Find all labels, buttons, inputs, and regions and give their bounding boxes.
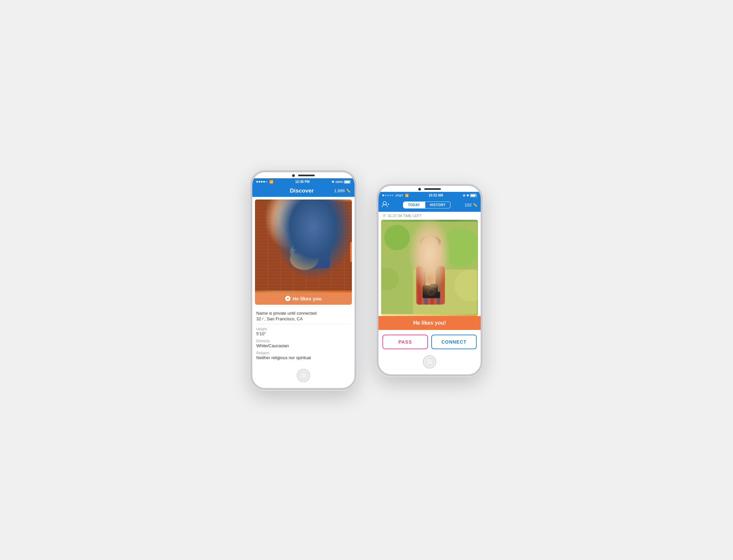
nav-bar: Discover 1,886 ✏️: [252, 186, 355, 197]
profile-photo-card[interactable]: ♥ He likes you: [255, 200, 352, 305]
svg-rect-26: [424, 266, 428, 304]
dot4-2: [389, 195, 391, 196]
home-button-inner: [299, 371, 307, 379]
bluetooth-icon: ✱: [332, 180, 334, 184]
height-label: Height: [256, 327, 351, 331]
wifi-icon: 📶: [269, 180, 273, 184]
battery-fill-2: [471, 195, 475, 197]
status-time: 12:36 PM: [295, 180, 309, 184]
volume-up-button-2[interactable]: [376, 209, 377, 219]
svg-point-14: [294, 250, 299, 253]
dot1: [256, 181, 258, 183]
svg-point-19: [384, 225, 410, 250]
home-button[interactable]: [297, 369, 310, 382]
nav-bar-2: TODAY HISTORY 102 ✏️: [378, 199, 481, 212]
svg-rect-27: [431, 266, 434, 304]
svg-rect-25: [418, 266, 422, 304]
profile-photo-2: [381, 220, 478, 316]
battery-icon: [344, 180, 351, 184]
profile-details: Name is private until connected 32♂, San…: [252, 307, 355, 366]
svg-rect-1: [255, 201, 352, 290]
timer-text: 01:27:38 TIME LEFT: [388, 214, 422, 218]
likes-banner: ♥ He likes you: [255, 292, 352, 305]
svg-point-5: [304, 207, 327, 223]
swipe-indicator: [350, 242, 352, 262]
signal-strength: [256, 181, 267, 183]
dot2: [259, 181, 260, 183]
tab-history[interactable]: HISTORY: [425, 202, 450, 208]
dot1-2: [382, 195, 384, 196]
battery-tip: [349, 181, 350, 183]
edit-icon: ✏️: [346, 189, 351, 193]
svg-rect-29: [426, 268, 435, 293]
battery-percent: 100%: [335, 180, 343, 184]
svg-rect-7: [293, 238, 306, 244]
volume-down-button-2[interactable]: [376, 222, 377, 232]
phone-2: AT&T 📶 10:32 AM ⊕ ✱: [376, 184, 483, 376]
svg-rect-37: [431, 284, 437, 288]
status-time-2: 10:32 AM: [429, 194, 443, 197]
phone-hardware-top: [252, 172, 355, 178]
status-bar-2: AT&T 📶 10:32 AM ⊕ ✱: [378, 192, 481, 199]
profile-photo-card-2[interactable]: [381, 220, 478, 316]
svg-point-10: [290, 247, 319, 270]
wifi-icon-2: 📶: [405, 194, 409, 197]
status-right-2: ⊕ ✱: [463, 194, 477, 197]
location-icon: ⊕: [463, 194, 465, 197]
profile-name: Name is private until connected: [256, 311, 351, 316]
action-buttons: PASS CONNECT: [378, 331, 481, 353]
detail-height: Height 5'10": [256, 327, 351, 336]
add-person-icon: [382, 201, 389, 208]
religion-value: Neither religious nor spiritual: [256, 355, 351, 360]
svg-point-12: [291, 245, 301, 253]
nav-count-2: 102 ✏️: [464, 202, 477, 207]
svg-point-31: [420, 235, 441, 248]
tab-today[interactable]: TODAY: [403, 202, 425, 208]
pass-button[interactable]: PASS: [382, 335, 428, 349]
detail-religion: Religion Neither religious nor spiritual: [256, 351, 351, 360]
likes-text: He likes you: [292, 296, 322, 301]
svg-point-11: [290, 243, 309, 259]
earpiece-speaker: [298, 175, 315, 176]
home-button-inner-2: [426, 358, 434, 366]
likes-banner-2: He likes you!: [378, 316, 481, 330]
svg-point-32: [426, 248, 428, 250]
mute-switch-2[interactable]: [376, 202, 377, 209]
detail-ethnicity: Ethnicity White/Caucasian: [256, 339, 351, 348]
ethnicity-value: White/Caucasian: [256, 343, 351, 348]
edit-icon-2: ✏️: [473, 203, 477, 207]
volume-up-button[interactable]: [250, 196, 251, 205]
svg-point-20: [442, 228, 478, 266]
volume-down-button[interactable]: [250, 209, 251, 219]
power-button-2[interactable]: [482, 212, 483, 229]
svg-point-33: [433, 248, 436, 250]
nav-title: Discover: [290, 188, 314, 194]
nav-count: 1,886 ✏️: [334, 188, 351, 193]
phone-hardware-top-2: [378, 186, 481, 192]
add-person-button[interactable]: [382, 201, 389, 209]
dot3-2: [387, 195, 389, 196]
svg-rect-23: [413, 269, 477, 314]
likes-text-2: He likes you!: [413, 320, 446, 326]
screen-content: ♥ He likes you Name is private until con…: [252, 200, 355, 366]
signal-strength-2: [382, 195, 393, 196]
dot5: [266, 181, 267, 183]
svg-rect-38: [438, 266, 441, 292]
power-button[interactable]: [356, 199, 357, 215]
dot5-2: [392, 195, 393, 196]
svg-rect-18: [381, 221, 478, 314]
svg-rect-6: [304, 236, 330, 268]
svg-point-36: [429, 289, 434, 294]
connect-button[interactable]: CONNECT: [431, 335, 477, 349]
svg-point-4: [304, 211, 327, 236]
heart-icon: ♥: [285, 296, 290, 301]
mute-switch[interactable]: [250, 189, 251, 196]
ethnicity-label: Ethnicity: [256, 339, 351, 343]
home-button-2[interactable]: [423, 355, 436, 368]
photo-svg-2: [381, 220, 478, 316]
svg-point-21: [454, 269, 478, 301]
svg-rect-0: [255, 201, 352, 290]
svg-rect-34: [423, 285, 440, 298]
svg-point-35: [427, 288, 435, 295]
svg-point-9: [318, 223, 320, 226]
